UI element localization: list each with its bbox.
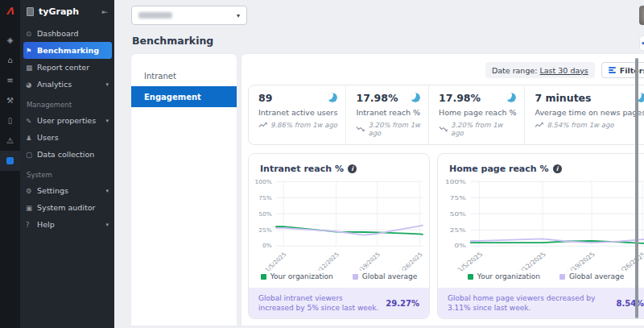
subnav-panel: Intranet Engagement <box>131 54 237 326</box>
date-range-label: Date range: <box>492 66 538 75</box>
chart-card-intranet-reach: Intranet reach % i 100%75%50%25%0%1/5/20… <box>248 153 430 319</box>
kpi-value: 7 minutes <box>535 92 644 104</box>
workspace-select[interactable]: ▾ <box>131 6 247 25</box>
sidebar: tyGraph ⇤ ⊙ Dashboard ⚑ Benchmarking ▦ R… <box>20 0 114 328</box>
sidebar-item-report-center[interactable]: ▦ Report center <box>20 59 114 76</box>
chart-title: Intranet reach % <box>260 164 344 174</box>
sidebar-item-label: System auditor <box>37 203 109 212</box>
trend-up-icon <box>535 122 544 128</box>
svg-text:50%: 50% <box>450 211 466 218</box>
sidebar-item-benchmarking[interactable]: ⚑ Benchmarking <box>23 42 112 59</box>
date-range-link[interactable]: Last 30 days <box>539 66 588 75</box>
sidebar-item-analytics[interactable]: ◕ Analytics ▾ <box>20 76 114 93</box>
mobile-icon[interactable]: ▯ <box>0 110 20 131</box>
sidebar-item-dashboard[interactable]: ⊙ Dashboard <box>20 25 114 42</box>
vertical-scrollbar[interactable] <box>635 58 638 318</box>
chevron-down-icon: ▾ <box>105 81 109 88</box>
kpi-home-page-reach: 17.98% Home page reach % 3.20% from 1w a… <box>428 85 524 144</box>
kpi-trend-text: 8.54% from 1w ago <box>547 121 613 129</box>
svg-text:1/5/2025: 1/5/2025 <box>263 251 287 271</box>
help-icon: ? <box>26 221 37 229</box>
svg-text:1/19/2025: 1/19/2025 <box>565 251 597 271</box>
kpi-value: 89 <box>258 92 337 104</box>
trend-up-icon <box>258 122 268 128</box>
sidebar-header: tyGraph ⇤ <box>20 5 114 25</box>
more-options-button[interactable]: ••• <box>639 35 644 51</box>
sidebar-item-help[interactable]: ? Help ▾ <box>20 216 114 233</box>
alert-icon[interactable]: ⚠ <box>0 131 20 151</box>
kpi-average-time: 7 minutes Average time on news pages 8.5… <box>524 85 644 144</box>
data-collection-icon: ▢ <box>26 151 37 159</box>
caret-down-icon: ▾ <box>237 12 240 19</box>
svg-text:1/26/2025: 1/26/2025 <box>397 251 424 271</box>
insight-value: 29.27% <box>386 299 419 308</box>
chevron-down-icon: ▾ <box>105 188 109 194</box>
kpi-label: Intranet active users <box>258 108 337 117</box>
report-center-icon: ▦ <box>26 64 37 72</box>
sidebar-item-data-collection[interactable]: ▢ Data collection <box>20 146 114 163</box>
analytics-icon: ◕ <box>26 81 37 89</box>
chart-title: Home page reach % <box>449 164 549 174</box>
collapse-sidebar-icon[interactable]: ⇤ <box>101 8 108 16</box>
insight-text: Global intranet viewers increased by 5% … <box>258 293 379 313</box>
kpi-row: 89 Intranet active users 9.86% from 1w a… <box>248 85 644 145</box>
database-icon[interactable]: ≡ <box>0 70 20 90</box>
kpi-intranet-active-users: 89 Intranet active users 9.86% from 1w a… <box>249 85 345 144</box>
sidebar-item-label: Benchmarking <box>37 46 109 55</box>
kpi-label: Home page reach % <box>439 108 516 117</box>
chart-legend: Your organization Global average <box>249 271 429 288</box>
svg-text:75%: 75% <box>450 195 466 201</box>
redacted-select-value <box>138 12 172 19</box>
legend-swatch-global <box>353 274 358 280</box>
sidebar-item-system-auditor[interactable]: ▣ System auditor <box>20 199 114 216</box>
user-icon: ♟ <box>26 134 37 142</box>
insight-banner: Global home page viewers decreased by 3.… <box>438 288 644 318</box>
tygraph-logo-icon <box>27 7 34 16</box>
sidebar-item-label: Analytics <box>37 80 105 89</box>
svg-text:25%: 25% <box>258 226 272 234</box>
kpi-value: 17.98% <box>439 92 516 104</box>
sidebar-item-label: Data collection <box>37 150 109 159</box>
tools-icon[interactable]: ⚒ <box>0 90 20 110</box>
benchmarking-icon: ⚑ <box>26 47 37 55</box>
section-header-system: System <box>20 163 114 182</box>
bank-icon[interactable]: ⌂ <box>0 50 20 70</box>
legend-swatch-global <box>559 274 565 280</box>
app-window: Λ ◈ ⌂ ≡ ⚒ ▯ ⚠ tyGraph ⇤ ⊙ Dashboard ⚑ Be… <box>0 0 644 328</box>
info-icon[interactable]: i <box>348 164 357 173</box>
line-chart-intranet-reach: 100%75%50%25%0%1/5/20251/12/20251/19/202… <box>249 176 429 271</box>
tab-engagement[interactable]: Engagement <box>131 86 237 107</box>
kpi-trend-text: 9.86% from 1w ago <box>270 121 337 129</box>
sidebar-item-label: Report center <box>37 63 109 72</box>
tygraph-app-icon[interactable] <box>0 151 20 171</box>
legend-label: Your organization <box>270 272 333 280</box>
legend-label: Your organization <box>477 272 540 280</box>
company-logo-icon: Λ <box>6 6 14 17</box>
svg-text:100%: 100% <box>445 179 466 185</box>
date-range-chip[interactable]: Date range: Last 30 days <box>485 62 595 78</box>
kpi-trend-text: 3.20% from 1w ago <box>451 121 516 137</box>
kpi-intranet-reach: 17.98% Intranet reach % 3.20% from 1w ag… <box>345 85 428 144</box>
moon-icon <box>411 93 420 102</box>
filter-icon <box>609 67 616 73</box>
chevron-down-icon: ▾ <box>105 222 109 228</box>
user-avatar[interactable] <box>639 6 644 25</box>
info-icon[interactable]: i <box>553 164 562 173</box>
legend-label: Global average <box>569 272 624 280</box>
brand-name: tyGraph <box>39 6 101 17</box>
sidebar-item-label: Users <box>37 133 109 142</box>
kpi-trend-text: 3.20% from 1w ago <box>368 121 420 137</box>
kpi-label: Average time on news pages <box>535 108 644 117</box>
sidebar-item-users[interactable]: ♟ Users <box>20 129 114 146</box>
main-area: ▾ Benchmarking ••• Intranet Engagement D… <box>114 0 644 328</box>
sidebar-item-label: User properties <box>37 116 105 125</box>
sidebar-item-user-properties[interactable]: ✎ User properties ▾ <box>20 112 114 129</box>
sidebar-item-settings[interactable]: ⚙ Settings ▾ <box>20 182 114 199</box>
shield-icon[interactable]: ◈ <box>0 30 20 50</box>
dashboard-icon: ⊙ <box>26 30 37 38</box>
sidebar-item-label: Help <box>37 220 105 229</box>
chart-legend: Your organization Global average <box>438 271 644 288</box>
tab-intranet[interactable]: Intranet <box>131 65 237 86</box>
filters-label: Filters <box>620 66 644 75</box>
legend-label: Global average <box>362 272 417 280</box>
